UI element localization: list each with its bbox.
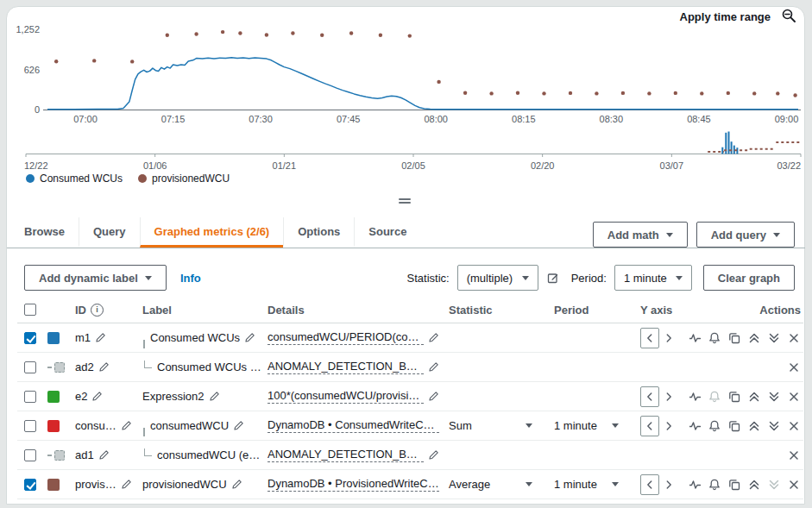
left-y-axis-button[interactable] — [640, 416, 659, 436]
pulse-icon[interactable] — [689, 331, 702, 345]
create-alarm-icon[interactable] — [708, 419, 721, 433]
edit-icon[interactable] — [428, 449, 439, 461]
statistic-dropdown[interactable]: Average — [449, 478, 544, 491]
color-swatch[interactable] — [47, 420, 60, 432]
color-swatch[interactable] — [54, 450, 65, 461]
column-header-id: ID — [75, 304, 86, 317]
color-swatch[interactable] — [54, 362, 65, 373]
left-y-axis-button[interactable] — [640, 328, 659, 348]
period-dropdown[interactable]: 1 minute — [554, 478, 631, 491]
left-y-axis-button[interactable] — [640, 386, 659, 407]
right-y-axis-button[interactable] — [662, 417, 676, 436]
edit-statistic-icon[interactable] — [546, 271, 560, 285]
metric-details-link[interactable]: DynamoDB • ConsumedWriteCapacity — [268, 418, 439, 433]
duplicate-icon[interactable] — [727, 390, 741, 404]
metric-details-link[interactable]: consumedWCU/PERIOD(consu… — [268, 330, 424, 345]
metric-id: consu… — [75, 419, 116, 432]
edit-icon[interactable] — [95, 332, 106, 343]
move-up-icon[interactable] — [747, 331, 761, 345]
edit-icon[interactable] — [428, 391, 439, 402]
edit-icon[interactable] — [244, 332, 255, 343]
left-y-axis-button[interactable] — [640, 474, 659, 495]
edit-icon[interactable] — [209, 391, 220, 402]
right-y-axis-button[interactable] — [662, 475, 676, 494]
metric-details-link[interactable]: ANOMALY_DETECTION_BAND(… — [268, 360, 424, 374]
create-alarm-icon[interactable] — [708, 478, 721, 492]
row-checkbox[interactable] — [24, 391, 36, 403]
move-up-icon[interactable] — [747, 419, 761, 433]
info-icon[interactable]: i — [91, 304, 104, 317]
metric-details-link[interactable]: ANOMALY_DETECTION_BAND(… — [268, 448, 424, 462]
resize-handle[interactable] — [399, 197, 411, 205]
add-dynamic-label-button[interactable]: Add dynamic label — [24, 265, 167, 291]
metrics-chart-canvas[interactable]: 07:0007:1507:3007:4508:0008:1508:3008:45… — [0, 0, 812, 172]
statistic-dropdown[interactable]: Sum — [449, 419, 544, 432]
provisionedwcu-point — [793, 93, 796, 97]
add-math-button[interactable]: Add math — [593, 222, 688, 248]
statistic-dropdown-value: Sum — [449, 419, 472, 432]
color-swatch[interactable] — [47, 479, 60, 491]
x-tick-label: 07:15 — [161, 114, 186, 124]
row-checkbox[interactable] — [24, 479, 36, 491]
move-up-icon[interactable] — [747, 390, 761, 404]
remove-icon[interactable] — [787, 419, 801, 433]
edit-icon[interactable] — [233, 420, 244, 431]
row-checkbox[interactable] — [24, 449, 36, 461]
legend-item[interactable]: provisionedWCU — [138, 172, 230, 185]
tab-source[interactable]: Source — [354, 217, 420, 248]
metric-details-link[interactable]: DynamoDB • ProvisionedWriteCapacit — [268, 477, 439, 492]
info-link[interactable]: Info — [180, 272, 201, 285]
remove-icon[interactable] — [787, 361, 801, 374]
edit-icon[interactable] — [428, 332, 439, 343]
add-query-button[interactable]: Add query — [696, 222, 795, 248]
remove-icon[interactable] — [787, 478, 801, 492]
pulse-icon[interactable] — [689, 419, 702, 433]
tab-query[interactable]: Query — [79, 217, 140, 248]
cloudwatch-metrics-view: Apply time range 07:0007:1507:3007:4508:… — [0, 0, 812, 508]
row-checkbox[interactable] — [24, 332, 36, 344]
clear-graph-button[interactable]: Clear graph — [703, 265, 795, 291]
edit-icon[interactable] — [98, 449, 110, 461]
edit-icon[interactable] — [91, 391, 103, 402]
pulse-icon[interactable] — [689, 478, 702, 492]
right-y-axis-button[interactable] — [662, 329, 676, 348]
period-dropdown-value: 1 minute — [554, 419, 597, 432]
color-swatch[interactable] — [47, 332, 60, 344]
table-header-row: IDiLabelDetailsStatisticPeriodY axisActi… — [17, 297, 803, 323]
remove-icon[interactable] — [787, 448, 801, 462]
row-checkbox[interactable] — [24, 420, 36, 432]
tab-graphed-metrics-2-6[interactable]: Graphed metrics (2/6) — [140, 217, 284, 248]
metric-id: m1 — [75, 331, 91, 344]
edit-icon[interactable] — [231, 479, 242, 490]
edit-icon[interactable] — [121, 420, 132, 431]
select-all-checkbox[interactable] — [24, 304, 36, 316]
move-up-icon[interactable] — [747, 478, 761, 492]
edit-icon[interactable] — [121, 479, 132, 490]
period-select[interactable]: 1 minute — [614, 265, 692, 291]
tab-browse[interactable]: Browse — [10, 217, 79, 248]
move-down-icon[interactable] — [767, 419, 781, 433]
metric-details-link[interactable]: 100*(consumedWCU/provision… — [268, 389, 424, 404]
edit-icon[interactable] — [98, 361, 110, 373]
y-tick-label: 1,252 — [16, 24, 40, 34]
legend-item[interactable]: Consumed WCUs — [26, 172, 123, 185]
color-swatch[interactable] — [47, 391, 60, 403]
duplicate-icon[interactable] — [727, 331, 741, 345]
duplicate-icon[interactable] — [727, 478, 741, 492]
period-dropdown[interactable]: 1 minute — [554, 419, 631, 432]
statistic-select[interactable]: (multiple) — [457, 265, 538, 291]
create-alarm-icon[interactable] — [708, 331, 721, 345]
remove-icon[interactable] — [787, 331, 801, 345]
metric-label: consumedWCU — [150, 419, 229, 432]
pulse-icon[interactable] — [689, 390, 702, 404]
tree-connector-icon — [143, 340, 145, 348]
edit-icon[interactable] — [428, 361, 439, 373]
tab-options[interactable]: Options — [283, 217, 354, 248]
right-y-axis-button[interactable] — [662, 387, 676, 406]
row-checkbox[interactable] — [24, 361, 36, 373]
duplicate-icon[interactable] — [727, 419, 741, 433]
remove-icon[interactable] — [787, 390, 801, 404]
metric-row: consu…consumedWCUDynamoDB • ConsumedWrit… — [17, 411, 803, 441]
move-down-icon[interactable] — [767, 390, 781, 404]
move-down-icon[interactable] — [767, 331, 781, 345]
